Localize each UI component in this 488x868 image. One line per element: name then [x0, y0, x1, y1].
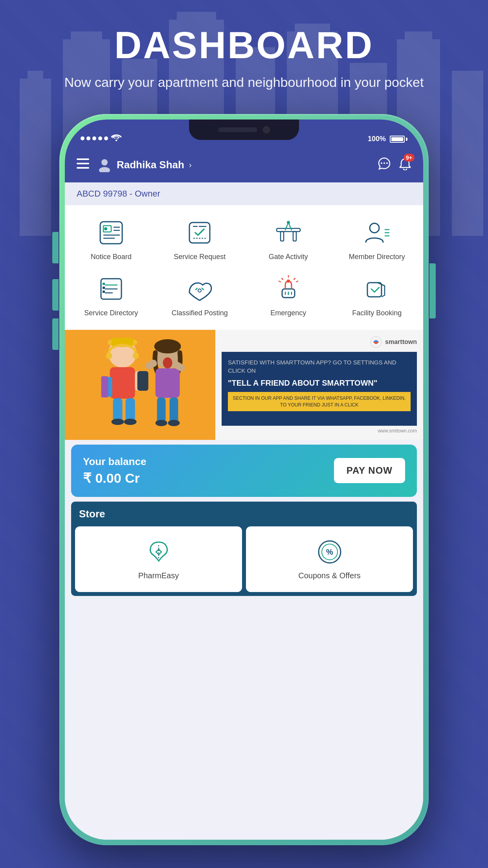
- pharmeasy-icon: [145, 538, 172, 566]
- smarttown-logo: smarttown: [222, 336, 417, 348]
- classified-posting-icon: [184, 273, 215, 305]
- store-grid: PharmEasy % Coupons & Offers: [71, 526, 417, 596]
- service-directory-item[interactable]: Service Directory: [69, 269, 154, 322]
- coupons-label: Coupons & Offers: [298, 571, 361, 580]
- signal-dots: [81, 136, 108, 140]
- signal-dot-5: [104, 136, 108, 140]
- pharmeasy-label: PharmEasy: [138, 571, 179, 580]
- svg-line-52: [279, 281, 281, 282]
- bell-icon: [399, 160, 411, 173]
- facility-booking-label: Facility Booking: [352, 309, 402, 318]
- facility-booking-item[interactable]: Facility Booking: [335, 269, 420, 322]
- svg-rect-61: [110, 367, 135, 399]
- svg-point-45: [198, 289, 201, 292]
- svg-rect-66: [113, 398, 123, 422]
- nav-actions: 9+: [378, 157, 411, 173]
- banner-url: www.smttown.com: [222, 428, 417, 434]
- pharmeasy-item[interactable]: PharmEasy: [75, 526, 242, 592]
- svg-point-19: [381, 162, 382, 164]
- svg-text:%: %: [326, 548, 333, 556]
- signal-dot-3: [92, 136, 96, 140]
- user-name: Radhika Shah: [117, 159, 184, 171]
- svg-point-33: [287, 221, 290, 224]
- notification-bell-wrapper[interactable]: 9+: [399, 157, 411, 173]
- coupons-offers-item[interactable]: % Coupons & Offers: [246, 526, 413, 592]
- signal-dot-2: [86, 136, 90, 140]
- member-directory-item[interactable]: Member Directory: [335, 213, 420, 265]
- balance-amount: ₹ 0.00 Cr: [83, 470, 146, 486]
- user-avatar-icon: [97, 157, 112, 172]
- page-subtitle: Now carry your apartment and neighbourho…: [0, 73, 488, 92]
- gate-activity-item[interactable]: Gate Activity: [246, 213, 331, 265]
- nav-user-section[interactable]: Radhika Shah ›: [97, 157, 370, 172]
- notch-camera: [263, 126, 270, 133]
- svg-rect-79: [170, 397, 178, 423]
- svg-rect-43: [103, 287, 105, 289]
- svg-point-21: [386, 162, 388, 164]
- svg-rect-42: [103, 283, 105, 285]
- svg-line-50: [282, 278, 283, 280]
- balance-info: Your balance ₹ 0.00 Cr: [83, 456, 146, 486]
- feature-grid: Notice Board: [65, 205, 423, 330]
- svg-rect-22: [100, 222, 122, 244]
- signal-dot-4: [98, 136, 102, 140]
- svg-rect-15: [77, 163, 89, 164]
- svg-rect-44: [103, 291, 105, 293]
- svg-rect-16: [77, 167, 89, 169]
- service-request-icon: [184, 217, 215, 248]
- store-header: Store: [71, 502, 417, 526]
- pay-now-button[interactable]: PAY NOW: [334, 458, 405, 483]
- nav-bar: Radhika Shah ›: [65, 147, 423, 182]
- banner-text-box: SATISFIED WITH SMARTTOWN APP? GO TO SETT…: [222, 352, 417, 426]
- svg-rect-75: [156, 368, 180, 398]
- hamburger-menu[interactable]: [77, 158, 89, 171]
- classified-posting-label: Classified Posting: [172, 309, 228, 318]
- phone-notch: [189, 120, 299, 140]
- svg-point-47: [287, 280, 290, 283]
- svg-point-64: [106, 353, 112, 359]
- flat-info-card: ABCD 99798 - Owner: [65, 182, 423, 205]
- svg-point-65: [133, 353, 139, 359]
- chat-icon[interactable]: [378, 157, 391, 173]
- page-header: DASHBOARD Now carry your apartment and n…: [0, 24, 488, 92]
- promo-banner: smarttown SATISFIED WITH SMARTTOWN APP? …: [65, 330, 423, 440]
- banner-image-area: [65, 330, 215, 440]
- svg-rect-63: [138, 371, 149, 391]
- gate-activity-icon: [273, 217, 304, 248]
- service-request-item[interactable]: Service Request: [158, 213, 242, 265]
- emergency-item[interactable]: Emergency: [246, 269, 331, 322]
- svg-point-18: [99, 167, 110, 172]
- emergency-icon: [273, 273, 304, 305]
- svg-line-51: [296, 281, 298, 282]
- notice-board-icon: [95, 217, 127, 248]
- gate-activity-label: Gate Activity: [269, 252, 308, 261]
- flat-info-label: ABCD 99798 - Owner: [77, 189, 160, 199]
- store-section: Store PharmEasy: [71, 502, 417, 596]
- balance-label: Your balance: [83, 456, 146, 468]
- svg-point-34: [370, 223, 379, 233]
- svg-point-74: [163, 357, 172, 368]
- svg-rect-78: [157, 397, 166, 423]
- svg-rect-71: [101, 376, 108, 397]
- svg-line-49: [294, 278, 295, 280]
- svg-point-81: [168, 420, 180, 426]
- svg-point-68: [112, 419, 124, 425]
- svg-point-28: [104, 227, 107, 230]
- svg-rect-30: [277, 228, 300, 232]
- notch-speaker: [218, 127, 257, 132]
- battery-area: 100%: [368, 135, 407, 143]
- notice-board-item[interactable]: Notice Board: [69, 213, 154, 265]
- svg-rect-14: [77, 158, 89, 160]
- battery-percent: 100%: [368, 135, 386, 143]
- signal-area: [81, 133, 121, 143]
- member-directory-label: Member Directory: [349, 252, 405, 261]
- classified-posting-item[interactable]: Classified Posting: [158, 269, 242, 322]
- signal-dot-1: [81, 136, 84, 140]
- wifi-icon: [111, 133, 121, 143]
- member-directory-icon: [361, 217, 393, 248]
- svg-point-17: [101, 159, 108, 166]
- banner-tagline: SATISFIED WITH SMARTTOWN APP? GO TO SETT…: [228, 358, 411, 375]
- app-content: Radhika Shah ›: [65, 147, 423, 840]
- notice-board-label: Notice Board: [91, 252, 132, 261]
- svg-rect-13: [452, 71, 483, 236]
